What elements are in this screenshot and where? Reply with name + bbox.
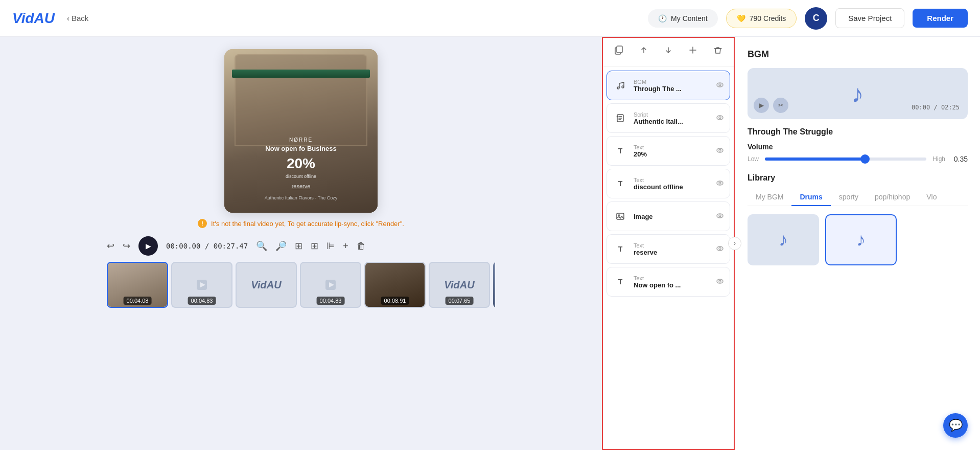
move-up-button[interactable] <box>637 43 651 60</box>
svg-point-12 <box>719 117 721 119</box>
svg-point-19 <box>717 214 723 218</box>
time-total: 00:27.47 <box>214 242 248 250</box>
play-button[interactable]: ▶ <box>138 236 158 256</box>
clip-label: 00:08.91 <box>381 297 409 305</box>
text-discount-visibility-icon[interactable] <box>715 178 725 189</box>
layer-item-script[interactable]: Script Authentic Itali... <box>606 103 730 133</box>
delete-layer-button[interactable] <box>711 43 725 60</box>
back-label: Back <box>72 14 88 22</box>
volume-high-label: High <box>932 155 945 163</box>
avatar[interactable]: C <box>805 7 827 30</box>
fit-button[interactable]: ⊞ <box>295 240 302 252</box>
svg-point-21 <box>717 246 723 251</box>
bgm-player: ♪ ▶ ✂ 00:00 / 02:25 <box>748 68 968 119</box>
tab-vlo[interactable]: Vlo <box>918 189 945 206</box>
chat-support-button[interactable]: 💬 <box>943 413 968 438</box>
preview-title-text: Now open fo Business <box>232 145 369 152</box>
timeline-controls: ↩ ↪ ▶ 00:00.00 / 00:27.47 🔍 🔎 ⊞ ⊞ ⊫ + 🗑 <box>107 236 495 256</box>
bgm-layer-type: BGM <box>634 79 710 85</box>
credits-button[interactable]: 💛 790 Credits <box>726 9 797 28</box>
library-card-2[interactable]: ♪ <box>825 214 897 265</box>
timeline-item[interactable]: VidAU 00:07.65 <box>429 262 490 308</box>
tab-sporty[interactable]: sporty <box>831 189 867 206</box>
render-button[interactable]: Render <box>913 9 968 28</box>
text-nowopen-visibility-icon[interactable] <box>715 277 725 287</box>
layer-item-text-discount[interactable]: T Text discount offline <box>606 169 730 198</box>
bgm-play-button[interactable]: ▶ <box>754 98 769 113</box>
image-visibility-icon[interactable] <box>715 211 725 222</box>
my-content-label: My Content <box>671 14 708 22</box>
script-visibility-icon[interactable] <box>715 113 725 124</box>
layer-item-bgm[interactable]: BGM Through The ... <box>606 71 730 100</box>
add-clip-button[interactable]: + <box>343 241 348 252</box>
warning-icon: ! <box>198 219 207 228</box>
trim-button[interactable]: ⊫ <box>326 240 335 252</box>
clip-label: 00:04.83 <box>317 297 345 305</box>
avatar-letter: C <box>813 13 820 24</box>
volume-thumb[interactable] <box>860 154 870 164</box>
text-discount-layer-info: Text discount offline <box>634 177 710 191</box>
text-reserve-visibility-icon[interactable] <box>715 244 725 255</box>
layer-item-text-20[interactable]: T Text 20% <box>606 136 730 166</box>
script-layer-type: Script <box>634 111 710 118</box>
text-nowopen-layer-name: Now open fo ... <box>634 281 710 289</box>
preview-sub-text: discount offline <box>232 174 369 179</box>
timeline-item[interactable]: VidAU <box>236 262 297 308</box>
bgm-cut-button[interactable]: ✂ <box>773 98 788 113</box>
panel-collapse-button[interactable]: › <box>728 237 741 250</box>
volume-slider[interactable] <box>765 158 926 161</box>
zoom-out-button[interactable]: 🔍 <box>256 240 267 252</box>
clock-icon: 🕐 <box>658 14 667 22</box>
timeline-item[interactable]: V <box>493 262 495 308</box>
timeline-item[interactable]: 00:04.08 <box>107 262 168 308</box>
volume-section: Volume Low High 0.35 <box>748 143 968 163</box>
move-down-button[interactable] <box>661 43 675 60</box>
split-button[interactable]: ⊞ <box>311 240 318 252</box>
text-20-layer-type: Text <box>634 144 710 150</box>
library-card-1[interactable]: ♪ <box>748 214 819 265</box>
time-current: 00:00.00 <box>166 242 200 250</box>
video-preview: NØRRE Now open fo Business 20% discount … <box>224 49 378 213</box>
text-nowopen-layer-type: Text <box>634 275 710 281</box>
svg-point-6 <box>617 87 619 89</box>
gem-icon: 💛 <box>737 14 745 22</box>
svg-point-8 <box>717 83 723 87</box>
text-20-visibility-icon[interactable] <box>715 146 725 156</box>
my-content-button[interactable]: 🕐 My Content <box>648 9 718 28</box>
layer-item-text-nowopen[interactable]: T Text Now open fo ... <box>606 267 730 297</box>
tab-drums[interactable]: Drums <box>791 189 830 206</box>
back-button[interactable]: ‹ Back <box>67 14 88 22</box>
undo-button[interactable]: ↩ <box>107 240 114 252</box>
zoom-in-button[interactable]: 🔎 <box>275 240 287 252</box>
timeline-strip: 00:04.08 00:04.83 VidAU 00:04.83 <box>107 262 495 312</box>
bgm-track-name: Through The Struggle <box>748 127 968 137</box>
layers-toolbar <box>602 37 734 66</box>
bgm-time-total: 02:25 <box>941 104 960 111</box>
tab-my-bgm[interactable]: My BGM <box>748 189 791 206</box>
save-project-button[interactable]: Save Project <box>835 8 904 28</box>
layer-item-text-reserve[interactable]: T Text reserve <box>606 234 730 264</box>
delete-clip-button[interactable]: 🗑 <box>357 241 366 252</box>
volume-low-label: Low <box>748 155 759 163</box>
layers-panel: › BGM Through The ... <box>602 37 735 450</box>
redo-button[interactable]: ↪ <box>123 240 130 252</box>
bgm-visibility-icon[interactable] <box>715 80 725 91</box>
text-nowopen-layer-icon: T <box>612 274 628 290</box>
image-layer-info: Image <box>634 213 710 220</box>
image-layer-icon <box>612 208 628 224</box>
library-title: Library <box>748 173 968 183</box>
copy-layer-button[interactable] <box>612 43 626 60</box>
text-reserve-layer-info: Text reserve <box>634 242 710 256</box>
timeline-item[interactable]: 00:04.83 <box>171 262 232 308</box>
svg-point-24 <box>719 280 721 282</box>
timeline-item[interactable]: 00:04.83 <box>300 262 361 308</box>
preview-inner: NØRRE Now open fo Business 20% discount … <box>224 49 378 213</box>
add-layer-button[interactable] <box>686 43 700 60</box>
tab-pop-hiphop[interactable]: pop/hiphop <box>867 189 918 206</box>
layer-item-image[interactable]: Image <box>606 201 730 231</box>
header-right: 🕐 My Content 💛 790 Credits C Save Projec… <box>648 7 968 30</box>
render-label: Render <box>927 14 953 22</box>
timeline-item[interactable]: 00:08.91 <box>364 262 426 308</box>
bgm-time-display: 00:00 / 02:25 <box>912 104 960 111</box>
image-layer-name: Image <box>634 213 710 220</box>
